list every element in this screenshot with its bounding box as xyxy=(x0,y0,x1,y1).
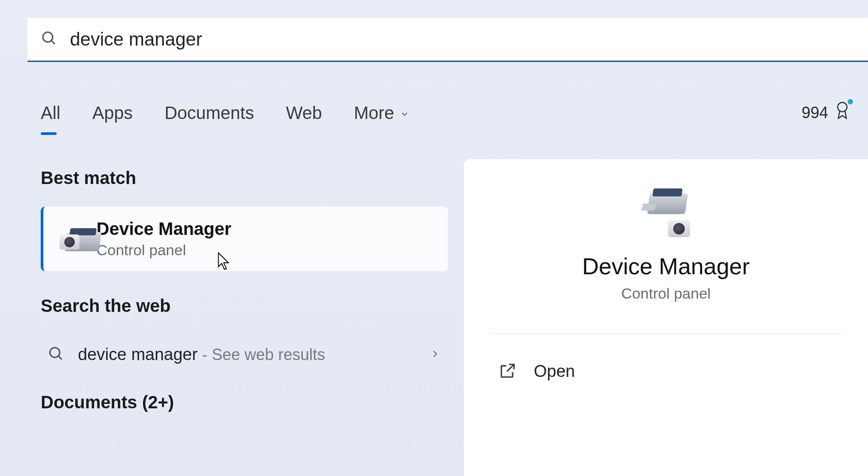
results-column: Best match Device Manager Control panel … xyxy=(41,168,448,431)
rewards-badge-icon xyxy=(834,101,850,125)
tab-more[interactable]: More xyxy=(354,103,409,123)
svg-point-0 xyxy=(43,32,53,42)
search-bar xyxy=(27,18,868,62)
divider xyxy=(490,333,841,334)
section-documents: Documents (2+) xyxy=(41,392,448,412)
web-result-suffix: - See web results xyxy=(197,345,325,364)
svg-point-3 xyxy=(50,347,60,357)
filter-tabs: All Apps Documents Web More 994 xyxy=(41,97,850,128)
preview-subtitle: Control panel xyxy=(490,285,841,302)
svg-line-1 xyxy=(51,40,55,44)
tab-web[interactable]: Web xyxy=(286,103,322,123)
section-best-match: Best match xyxy=(41,168,448,188)
preview-app-icon xyxy=(490,188,841,237)
svg-line-5 xyxy=(507,364,514,371)
device-manager-icon xyxy=(56,225,84,253)
tab-apps[interactable]: Apps xyxy=(92,103,132,123)
open-external-icon xyxy=(499,362,516,381)
web-search-result[interactable]: device manager - See web results xyxy=(41,334,448,375)
preview-title: Device Manager xyxy=(490,253,841,280)
tab-all[interactable]: All xyxy=(41,103,60,123)
svg-point-2 xyxy=(838,102,847,111)
section-search-web: Search the web xyxy=(41,296,448,316)
best-match-result[interactable]: Device Manager Control panel xyxy=(41,207,448,271)
action-open[interactable]: Open xyxy=(490,356,841,387)
rewards-counter[interactable]: 994 xyxy=(802,101,850,125)
tab-documents[interactable]: Documents xyxy=(165,103,254,123)
best-match-subtitle: Control panel xyxy=(96,242,436,259)
web-result-text: device manager - See web results xyxy=(78,345,429,364)
preview-panel: Device Manager Control panel Open xyxy=(464,159,868,476)
rewards-points: 994 xyxy=(802,104,828,122)
action-open-label: Open xyxy=(534,362,575,381)
web-result-query: device manager xyxy=(78,345,197,364)
svg-line-4 xyxy=(58,356,62,359)
tab-more-label: More xyxy=(354,103,394,123)
chevron-right-icon xyxy=(429,348,441,361)
chevron-down-icon xyxy=(400,103,409,123)
best-match-texts: Device Manager Control panel xyxy=(96,219,436,259)
search-icon xyxy=(48,345,65,364)
best-match-title: Device Manager xyxy=(96,219,436,239)
search-input[interactable] xyxy=(70,29,855,50)
search-icon xyxy=(41,30,58,49)
